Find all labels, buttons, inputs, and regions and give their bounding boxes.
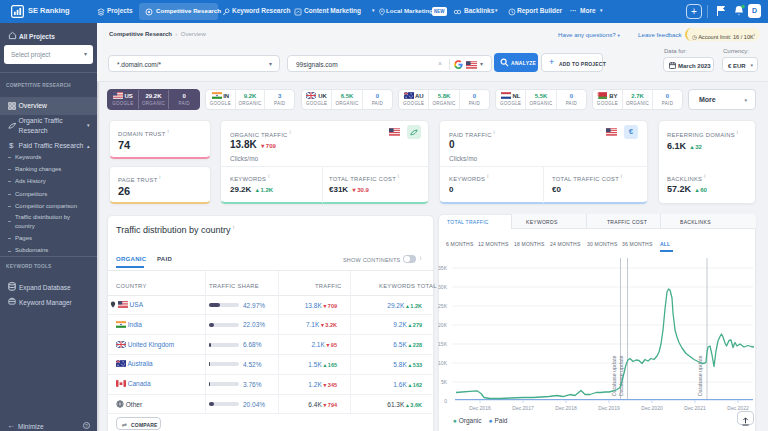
svg-text:15K: 15K xyxy=(438,341,448,347)
svg-text:Dec 2020: Dec 2020 xyxy=(641,405,663,411)
svg-text:10K: 10K xyxy=(438,360,448,366)
svg-text:25K: 25K xyxy=(438,303,448,309)
svg-text:Dec 2019: Dec 2019 xyxy=(598,405,620,411)
svg-text:Dec 2017: Dec 2017 xyxy=(512,405,534,411)
svg-text:Database update: Database update xyxy=(618,356,624,396)
svg-text:30K: 30K xyxy=(438,284,448,290)
svg-text:Dec 2016: Dec 2016 xyxy=(469,405,491,411)
svg-text:35K: 35K xyxy=(438,265,448,271)
svg-text:Dec 2018: Dec 2018 xyxy=(555,405,577,411)
svg-text:5K: 5K xyxy=(441,379,448,385)
svg-text:0: 0 xyxy=(444,398,447,404)
svg-text:20K: 20K xyxy=(438,322,448,328)
svg-text:Dec 2021: Dec 2021 xyxy=(684,405,706,411)
